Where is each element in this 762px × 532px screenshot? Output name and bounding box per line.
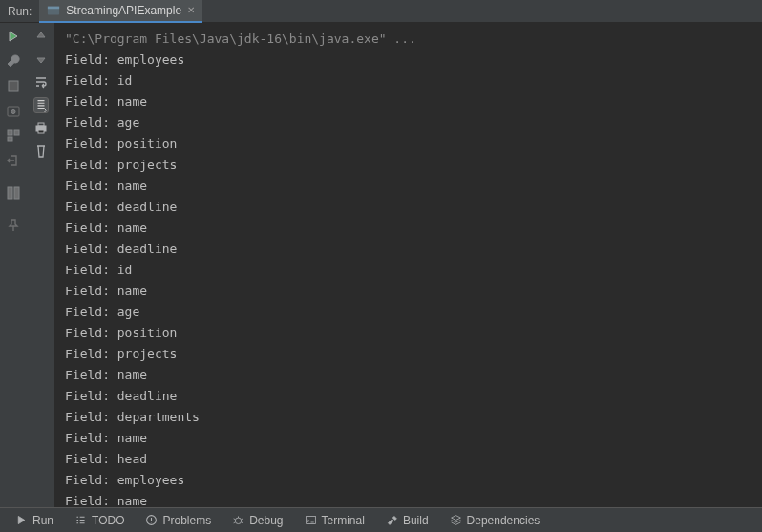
console-output[interactable]: "C:\Program Files\Java\jdk-16\bin\java.e… — [55, 23, 762, 507]
console-line: Field: departments — [65, 407, 752, 428]
console-line: Field: employees — [65, 470, 752, 491]
run-label: Run: — [0, 5, 39, 18]
console-line: Field: age — [65, 302, 752, 323]
view-mode-icon[interactable] — [6, 185, 21, 201]
terminal-icon — [305, 514, 317, 526]
stop-icon[interactable] — [6, 78, 21, 94]
soft-wrap-icon[interactable] — [33, 74, 49, 90]
bottom-tool-bar: Run TODO Problems Debug Terminal Build D… — [0, 507, 762, 532]
bug-icon — [232, 514, 244, 526]
run-config-icon — [47, 4, 60, 17]
dump-threads-icon[interactable] — [6, 103, 21, 118]
console-line: Field: head — [65, 449, 752, 470]
console-line: Field: name — [65, 365, 752, 386]
console-actions-column — [27, 23, 55, 507]
svg-rect-1 — [48, 6, 59, 9]
layout-icon[interactable] — [6, 128, 21, 143]
svg-rect-9 — [8, 187, 12, 199]
svg-rect-13 — [38, 130, 44, 133]
run-tool-header: Run: StreamingAPIExample ✕ — [0, 0, 762, 23]
console-line: Field: position — [65, 323, 752, 344]
bottom-build-label: Build — [403, 514, 429, 527]
bottom-debug[interactable]: Debug — [222, 508, 292, 532]
exit-icon[interactable] — [6, 153, 21, 168]
scroll-to-end-icon[interactable] — [33, 97, 49, 113]
bottom-dependencies[interactable]: Dependencies — [440, 508, 550, 532]
console-line: Field: id — [65, 260, 752, 281]
console-line: Field: age — [65, 113, 752, 134]
console-line: Field: name — [65, 92, 752, 113]
bottom-problems-label: Problems — [162, 514, 211, 527]
tab-label: StreamingAPIExample — [66, 4, 181, 17]
svg-point-5 — [11, 110, 15, 114]
bottom-run[interactable]: Run — [6, 508, 63, 532]
bottom-terminal-label: Terminal — [322, 514, 365, 527]
play-icon — [15, 514, 28, 526]
console-line: Field: deadline — [65, 239, 752, 260]
svg-point-16 — [235, 518, 242, 524]
console-line: Field: name — [65, 491, 752, 507]
console-line: Field: position — [65, 134, 752, 155]
svg-rect-10 — [14, 187, 19, 199]
bottom-todo[interactable]: TODO — [65, 508, 134, 532]
console-line: Field: name — [65, 218, 752, 239]
bottom-debug-label: Debug — [249, 514, 283, 527]
bottom-dependencies-label: Dependencies — [467, 514, 540, 527]
svg-marker-14 — [18, 516, 25, 523]
clear-all-icon[interactable] — [33, 143, 49, 159]
warning-icon — [145, 514, 158, 526]
console-line: Field: name — [65, 176, 752, 197]
close-icon[interactable]: ✕ — [187, 5, 195, 15]
svg-rect-8 — [8, 137, 12, 141]
scroll-down-icon[interactable] — [33, 52, 49, 67]
bottom-problems[interactable]: Problems — [136, 508, 221, 532]
svg-marker-2 — [10, 32, 17, 41]
console-line: Field: projects — [65, 155, 752, 176]
wrench-icon[interactable] — [6, 53, 21, 69]
bottom-run-label: Run — [32, 514, 53, 527]
console-command-line: "C:\Program Files\Java\jdk-16\bin\java.e… — [65, 29, 752, 50]
console-line: Field: name — [65, 428, 752, 449]
console-line: Field: name — [65, 281, 752, 302]
tab-streaming-api[interactable]: StreamingAPIExample ✕ — [39, 0, 202, 23]
console-line: Field: deadline — [65, 386, 752, 407]
bottom-terminal[interactable]: Terminal — [295, 508, 374, 532]
scroll-up-icon[interactable] — [33, 29, 49, 44]
bottom-build[interactable]: Build — [376, 508, 438, 532]
console-line: Field: id — [65, 71, 752, 92]
layers-icon — [450, 514, 462, 526]
svg-rect-3 — [9, 81, 18, 91]
svg-rect-12 — [38, 123, 44, 126]
console-line: Field: deadline — [65, 197, 752, 218]
pin-icon[interactable] — [6, 218, 21, 233]
hammer-icon — [386, 514, 398, 526]
print-icon[interactable] — [33, 120, 49, 136]
run-actions-column — [0, 23, 27, 507]
list-icon — [74, 514, 87, 526]
svg-rect-6 — [8, 130, 12, 135]
bottom-todo-label: TODO — [92, 514, 124, 527]
console-line: Field: projects — [65, 344, 752, 365]
rerun-icon[interactable] — [6, 29, 21, 44]
svg-rect-7 — [14, 130, 19, 135]
console-line: Field: employees — [65, 50, 752, 71]
